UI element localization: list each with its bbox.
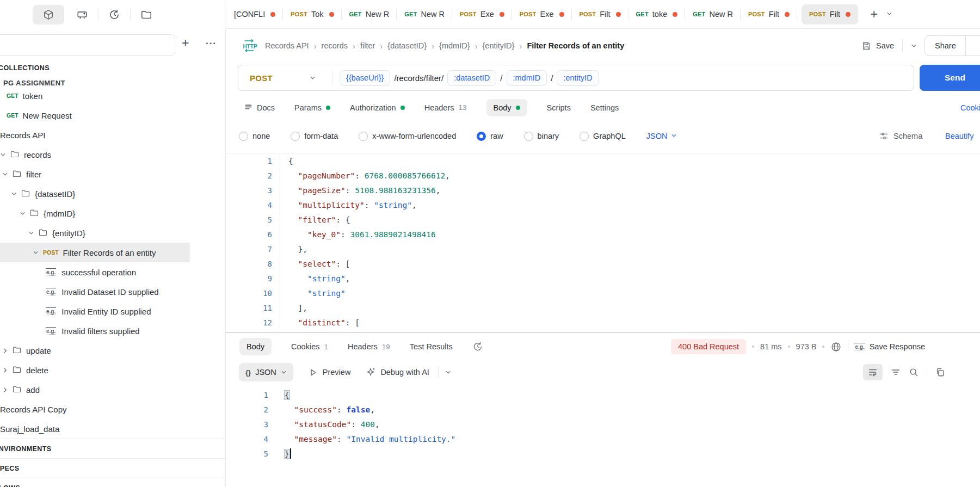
breadcrumb-item[interactable]: {datasetID} <box>387 41 427 50</box>
code-line[interactable]: 4 "message": "Invalid multiplicity." <box>226 431 980 446</box>
response-tab-body[interactable]: Body <box>239 338 272 355</box>
chevron-down-icon[interactable] <box>28 229 34 238</box>
method-select[interactable]: POST <box>250 73 273 83</box>
body-mode-none[interactable]: none <box>239 132 270 141</box>
request-tab[interactable]: POSTExe <box>512 0 572 28</box>
cookies-link[interactable]: Cookies <box>960 103 980 112</box>
sidebar-item-update[interactable]: update <box>0 341 225 360</box>
tab-settings[interactable]: Settings <box>590 103 619 112</box>
sidebar-item-add[interactable]: add <box>0 380 225 399</box>
request-tab[interactable]: POSTFilt <box>802 4 858 24</box>
sidebar-item-successful-operation[interactable]: e.g.successful operation <box>0 262 225 282</box>
share-button[interactable]: Share <box>924 35 980 56</box>
tab-list-chevron-icon[interactable] <box>886 9 892 19</box>
more-actions-icon[interactable]: ··· <box>206 38 217 49</box>
chevron-down-icon[interactable] <box>2 170 8 179</box>
code-line[interactable]: 7 }, <box>226 242 980 256</box>
sidebar-item-records-api[interactable]: Records API <box>0 125 225 145</box>
radio-raw[interactable] <box>477 132 486 141</box>
code-line[interactable]: 1{ <box>226 153 980 168</box>
chevron-down-icon[interactable] <box>20 209 26 218</box>
response-tab-headers[interactable]: Headers19 <box>348 342 390 351</box>
section-header-specs[interactable]: SPECS <box>0 458 225 478</box>
radio-x-www-form-urlencoded[interactable] <box>359 132 368 141</box>
response-history-icon[interactable] <box>472 341 483 352</box>
body-mode-form-data[interactable]: form-data <box>291 132 338 141</box>
tab-headers[interactable]: Headers13 <box>424 103 467 112</box>
response-tab-cookies[interactable]: Cookies1 <box>291 342 328 351</box>
sidebar-item-suraj-load-data[interactable]: Suraj_load_data <box>0 419 225 439</box>
response-tab-test-results[interactable]: Test Results <box>410 342 453 351</box>
debug-ai-button[interactable]: Debug with AI <box>366 367 429 377</box>
code-line[interactable]: 12 "distinct": [ <box>226 315 980 330</box>
code-line[interactable]: 10 "string" <box>226 286 980 300</box>
code-line[interactable]: 8 "select": [ <box>226 256 980 271</box>
breadcrumb-item[interactable]: {entityID} <box>483 41 515 50</box>
status-badge[interactable]: 400 Bad Request <box>671 339 746 354</box>
language-select[interactable]: JSON <box>646 132 677 140</box>
save-response-button[interactable]: Save Response <box>870 342 925 351</box>
sidebar-item-delete[interactable]: delete <box>0 360 225 380</box>
code-line[interactable]: 11 ], <box>226 300 980 315</box>
url-input[interactable]: {{baseUrl}}/records/filter/:datasetID/:m… <box>340 70 599 86</box>
send-button[interactable]: Send <box>920 65 980 91</box>
search-input[interactable] <box>0 34 175 56</box>
code-line[interactable]: 2 "success": false, <box>226 402 980 417</box>
schema-button[interactable]: Schema <box>879 131 922 141</box>
beautify-link[interactable]: Beautify <box>945 132 973 140</box>
tab-authorization[interactable]: Authorization <box>350 103 405 112</box>
code-line[interactable]: 5} <box>226 446 980 461</box>
code-line[interactable]: 3 "pageSize": 5108.988163231356, <box>226 183 980 198</box>
sidebar-item-records-api-copy[interactable]: Records API Copy <box>0 399 225 419</box>
request-tab[interactable]: POSTFilt <box>741 0 797 28</box>
section-header-collections[interactable]: COLLECTIONS <box>0 59 225 76</box>
add-collection-button[interactable]: + <box>182 37 189 50</box>
sidebar-item--mdmid-[interactable]: {mdmID} <box>0 204 225 223</box>
request-tab[interactable]: POSTTok <box>283 0 341 28</box>
add-tab-button[interactable]: + <box>870 8 878 21</box>
sidebar-item-new-request[interactable]: GETNew Request <box>0 106 225 125</box>
section-header-environments[interactable]: ENVIRONMENTS <box>0 439 225 458</box>
sidebar-item-invalid-filters-supplied[interactable]: e.g.Invalid filters supplied <box>0 321 225 341</box>
api-client-icon[interactable] <box>76 9 88 21</box>
request-tab[interactable]: GETNew R <box>397 0 452 28</box>
request-tab[interactable]: POSTFilt <box>572 0 628 28</box>
response-format-select[interactable]: {} JSON <box>239 363 293 381</box>
wrap-text-button[interactable] <box>863 364 883 380</box>
network-globe-icon[interactable] <box>830 341 842 353</box>
sidebar-item--datasetid-[interactable]: {datasetID} <box>0 184 225 204</box>
request-tab[interactable]: [CONFLI <box>226 0 283 28</box>
request-tab[interactable]: GETNew R <box>685 0 741 28</box>
sidebar-item-filter[interactable]: filter <box>0 164 225 184</box>
radio-form-data[interactable] <box>291 132 300 141</box>
response-body-editor[interactable]: 1{2 "success": false,3 "statusCode": 400… <box>226 387 980 461</box>
chevron-right-icon[interactable] <box>2 366 8 375</box>
clipped-collection-row[interactable]: PG ASSIGNMENT <box>0 76 225 86</box>
sidebar-item-invalid-entity-id-supplied[interactable]: e.g.Invalid Entity ID supplied <box>0 301 225 321</box>
request-tab[interactable]: GETtoke <box>628 0 686 28</box>
breadcrumb-item[interactable]: records <box>322 41 348 50</box>
body-mode-GraphQL[interactable]: GraphQL <box>580 132 626 141</box>
section-header-flows[interactable]: FLOWS <box>0 478 225 487</box>
sidebar-item-invalid-dataset-id-supplied[interactable]: e.g.Invalid Dataset ID supplied <box>0 282 225 301</box>
tab-docs[interactable]: Docs <box>244 103 275 113</box>
files-icon[interactable] <box>140 9 152 21</box>
chevron-down-icon[interactable] <box>0 150 6 159</box>
request-body-editor[interactable]: 1{2 "pageNumber": 6768.000085766612,3 "p… <box>226 153 980 330</box>
body-mode-binary[interactable]: binary <box>524 132 559 141</box>
request-tab[interactable]: GETNew R <box>342 0 397 28</box>
chevron-down-icon[interactable] <box>11 189 17 199</box>
method-chevron-icon[interactable] <box>310 75 316 81</box>
breadcrumb-item[interactable]: filter <box>360 41 375 50</box>
search-icon[interactable] <box>909 367 919 377</box>
radio-binary[interactable] <box>524 132 533 141</box>
chevron-down-icon[interactable] <box>33 248 39 257</box>
code-line[interactable]: 4 "multiplicity": "string", <box>226 198 980 212</box>
save-button[interactable]: Save <box>861 41 894 51</box>
radio-GraphQL[interactable] <box>580 132 589 141</box>
sidebar-item-records[interactable]: records <box>0 145 225 164</box>
tab-body[interactable]: Body <box>486 99 527 116</box>
code-line[interactable]: 5 "filter": { <box>226 212 980 227</box>
debug-options-chevron-icon[interactable] <box>445 369 451 375</box>
copy-icon[interactable] <box>935 367 945 377</box>
